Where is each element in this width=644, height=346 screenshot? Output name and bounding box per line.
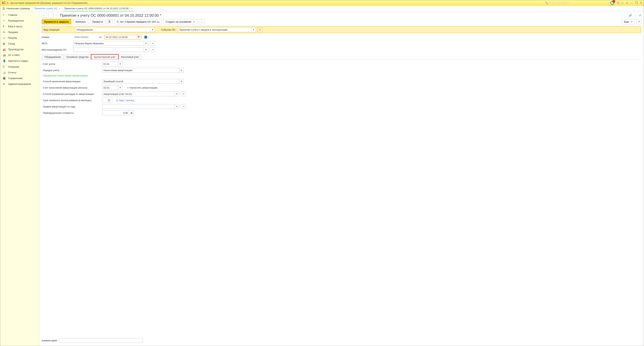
chevron-down-icon[interactable]: ▼ [150, 27, 154, 32]
app-title: Бухгалтерия предприятия (базовая), редак… [10, 1, 88, 4]
calendar-icon[interactable]: 📅 [136, 35, 141, 39]
sidebar-item-sales[interactable]: 🛍Продажи [0, 29, 39, 35]
mol-label: МОЛ: [42, 42, 71, 45]
tab-fixed-assets[interactable]: Основные средства [64, 54, 91, 59]
op-type-select[interactable]: Оборудование ▼ [75, 27, 155, 32]
star-icon[interactable]: ☆ [621, 1, 624, 5]
open-ref-button[interactable]: ↗ [150, 47, 155, 52]
dtkt-button[interactable]: ДтКт [107, 19, 112, 24]
bag-icon: 🛍 [3, 31, 6, 33]
sidebar-item-reports[interactable]: 📊Отчеты [0, 70, 39, 75]
chevron-down-icon[interactable]: ▼ [118, 62, 122, 66]
mol-select[interactable]: Петрова Мария Ивановна ▼ [73, 41, 148, 46]
amort-account-label: Счет начисления амортизации (износа): [43, 86, 100, 89]
tab-os-doc[interactable]: Принятие к учету ОС 0000-000001 от 04.10… [62, 6, 135, 11]
schedule-select[interactable]: ▼ [102, 104, 179, 109]
location-select[interactable]: ▼ [73, 47, 148, 52]
account-select[interactable]: 01.01 ▼ [102, 61, 122, 66]
notifications-icon[interactable]: 🕓 2 [610, 1, 614, 5]
favorite-icon[interactable]: ☆ [55, 13, 58, 17]
close-panel-icon[interactable]: ✕ [639, 14, 641, 17]
sidebar-item-prod[interactable]: 🏭Производство [0, 46, 39, 52]
comment-input[interactable] [60, 338, 143, 343]
chart-icon: 📊 [3, 71, 6, 74]
term-input[interactable]: 25 [102, 98, 112, 103]
order-select[interactable]: Начисление амортизации ▼ [102, 68, 184, 73]
sidebar-item-os[interactable]: 🚚ОС и НМА [0, 52, 39, 58]
sidebar-item-purch[interactable]: 🛒Покупки [0, 35, 39, 41]
term-label: Срок полезного использования (в месяцах)… [43, 99, 100, 102]
number-label: Номер: [42, 36, 71, 38]
person-icon: 👤 [3, 59, 6, 62]
chevron-down-icon[interactable]: ▼ [118, 85, 122, 90]
comment-label: Комментарий: [42, 339, 58, 342]
more-button[interactable]: Еще▼ [622, 19, 635, 24]
sidebar-item-bank[interactable]: ₽Банк и касса [0, 23, 39, 29]
open-ref-button[interactable]: ↗ [258, 27, 262, 32]
link-icon[interactable]: 🔗 [628, 14, 632, 17]
chevron-down-icon[interactable]: ▼ [179, 68, 184, 72]
sidebar-item-manager[interactable]: ↗Руководителю [0, 18, 39, 23]
history-icon[interactable]: ↺ [616, 1, 619, 5]
print-button[interactable]: 🖶Акт о приеме-передаче ОС (ОС-1) [114, 19, 162, 24]
chevron-down-icon[interactable]: ▼ [144, 47, 148, 52]
event-select[interactable]: Принятие к учету с вводом в эксплуатацию… [178, 27, 256, 32]
back-button[interactable]: ← [42, 13, 47, 18]
sidebar-item-ops[interactable]: ДтКтОперации [0, 64, 39, 70]
calc-icon[interactable]: ▦ [129, 111, 134, 115]
sidebar-item-hr[interactable]: 👤Зарплата и кадры [0, 58, 39, 64]
account-label: Счет учета: [43, 63, 100, 65]
liq-input[interactable]: 0,00 ▦ [102, 110, 134, 115]
notif-badge: 2 [612, 0, 615, 3]
minimize-icon[interactable]: — [630, 1, 633, 5]
save-button[interactable]: Записать [73, 19, 88, 24]
structure-button[interactable]: ⬚ [199, 19, 204, 24]
sidebar-item-main[interactable]: ≡Главное [0, 12, 39, 18]
term-hint: (2 года 1 месяц) [116, 99, 134, 102]
method-select[interactable]: Линейный способ ▼ [102, 79, 184, 84]
open-ref-button[interactable]: ↗ [181, 104, 186, 109]
open-ref-button[interactable]: ↗ [181, 91, 186, 96]
number-value: 0000-000001 [73, 36, 97, 38]
chevron-down-icon[interactable]: ▼ [175, 104, 179, 109]
tab-tax[interactable]: Налоговый учет [118, 54, 142, 59]
close-icon[interactable]: ✕ [640, 1, 642, 5]
date-icon: 🟦 [144, 36, 147, 38]
location-label: Местонахождение ОС: [42, 48, 71, 51]
open-ref-button[interactable]: ↗ [150, 41, 155, 46]
tab-os-list[interactable]: Принятие к учету ОС × [32, 6, 62, 11]
post-close-button[interactable]: Провести и закрыть [42, 19, 71, 24]
chevron-down-icon[interactable]: ▼ [175, 92, 179, 96]
tab-equipment[interactable]: Оборудование [42, 54, 64, 59]
expense-method-select[interactable]: Амортизация (счет 44.01) ▼ [102, 91, 179, 96]
tab-accounting[interactable]: Бухгалтерский учет [91, 54, 118, 59]
post-button[interactable]: Провести [90, 19, 106, 24]
print-icon: 🖶 [116, 20, 119, 23]
expense-method-label: Способ отражения расходов по амортизации… [43, 93, 100, 95]
titlebar: 1C ≡ Бухгалтерия предприятия (базовая), … [0, 0, 644, 6]
chevron-down-icon[interactable]: ▼ [144, 41, 148, 45]
restore-icon[interactable]: ❐ [635, 1, 638, 5]
filter-icon[interactable]: ≡ [626, 1, 628, 5]
create-based-button[interactable]: Создать на основании▼ [163, 19, 197, 24]
help-button[interactable]: ? [636, 19, 641, 24]
chevron-down-icon[interactable]: ▼ [179, 79, 184, 83]
home-tab[interactable]: 🏠 Начальная страница [0, 6, 32, 11]
search-box[interactable]: 🔍 Поиск Ctrl+Shift+F [544, 1, 608, 5]
event-label: Событие ОС: [161, 28, 176, 31]
search-placeholder: Поиск Ctrl+Shift+F [549, 1, 569, 4]
sidebar-item-stock[interactable]: ▦Склад [0, 41, 39, 46]
date-input[interactable]: 04.10.2022 12:00:00 📅 [104, 35, 141, 39]
hamburger-icon[interactable]: ≡ [7, 1, 9, 5]
close-icon[interactable]: × [131, 7, 133, 10]
sidebar-item-refs[interactable]: 📓Справочники [0, 75, 39, 81]
forward-button[interactable]: → [48, 13, 54, 18]
close-icon[interactable]: × [59, 7, 60, 10]
op-type-label: Вид операции: [44, 28, 73, 31]
checkmark-icon: ✔ [127, 86, 129, 89]
amort-account-select[interactable]: 02.01 ▼ [102, 85, 122, 90]
sidebar-item-admin[interactable]: ⚙Администрирование [0, 81, 39, 87]
chevron-down-icon[interactable]: ▼ [251, 27, 256, 32]
calc-amort-checkbox[interactable]: ✔Начислять амортизацию [127, 86, 158, 89]
kebab-icon[interactable]: ⋮ [634, 14, 637, 17]
